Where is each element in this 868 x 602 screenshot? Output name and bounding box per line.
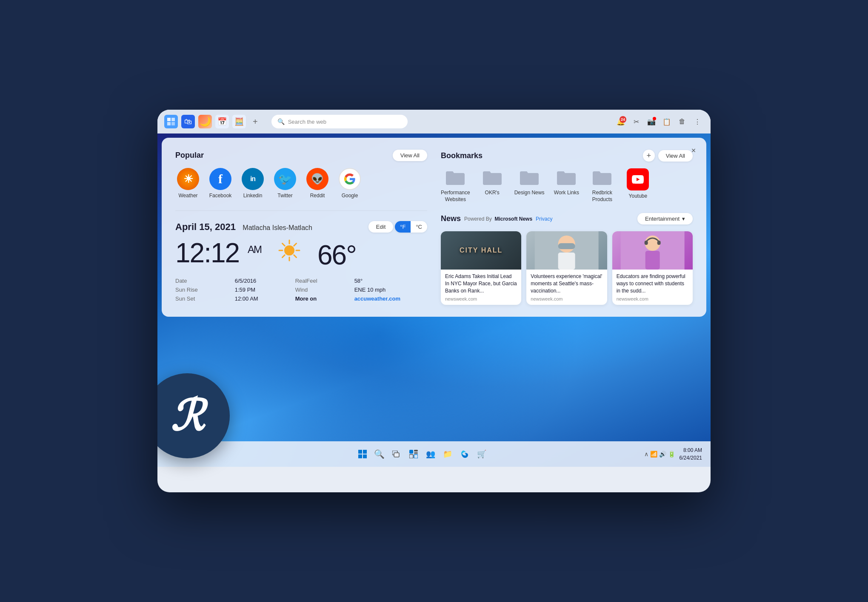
twitter-label: Twitter	[277, 193, 292, 199]
news-card-1[interactable]: CITY HALL Eric Adams Takes Initial Lead …	[441, 231, 521, 304]
svg-rect-22	[358, 450, 362, 454]
bookmark-work-links[interactable]: Work Links	[553, 168, 580, 203]
taskbar-store[interactable]: 🛒	[474, 446, 489, 462]
weather-controls: Edit °F °C	[368, 221, 427, 233]
popular-item-google[interactable]: Google	[337, 168, 363, 199]
bookmarks-header-right: + View All	[643, 150, 693, 162]
popular-item-weather[interactable]: ☀ Weather	[175, 168, 201, 199]
svg-point-4	[284, 245, 294, 256]
news-card-body-1: Eric Adams Takes Initial Lead In NYC May…	[441, 270, 521, 304]
svg-rect-20	[644, 241, 648, 245]
celsius-button[interactable]: °C	[411, 221, 427, 233]
privacy-link[interactable]: Privacy	[536, 216, 552, 222]
chevron-down-icon: ▾	[682, 216, 685, 222]
taskbar-windows-start[interactable]	[355, 446, 370, 462]
bookmark-label-okr: OKR's	[485, 190, 500, 196]
weather-section: April 15, 2021 Matlacha Isles-Matlach Ed…	[175, 210, 427, 302]
right-column: Bookmarks + View All	[441, 150, 693, 305]
news-card-image-3	[612, 231, 693, 270]
date-label: Date	[175, 278, 225, 284]
popular-item-linkedin[interactable]: in Linkedin	[240, 168, 266, 199]
new-tab-panel: × Popular View All ☀ Weat	[162, 138, 706, 317]
popular-item-facebook[interactable]: f Facebook	[208, 168, 233, 199]
svg-rect-27	[394, 453, 399, 457]
taskbar-search[interactable]: 🔍	[372, 446, 387, 462]
news-card-source-1: newsweek.com	[445, 296, 517, 301]
notification-badge: 24	[620, 116, 626, 123]
arc-icon[interactable]: 🌙	[198, 115, 212, 128]
date-value: 6/5/2016	[235, 278, 285, 284]
news-card-2[interactable]: Volunteers experience 'magical' moments …	[526, 231, 607, 304]
bookmark-performance-websites[interactable]: Performance Websites	[441, 168, 470, 203]
trash-button[interactable]: 🗑	[676, 115, 688, 128]
bookmarks-header: Bookmarks + View All	[441, 150, 693, 162]
news-card-title-2: Volunteers experience 'magical' moments …	[531, 273, 602, 294]
more-on-label: More on	[295, 295, 344, 302]
svg-rect-15	[558, 243, 575, 249]
folder-icon	[444, 168, 466, 187]
taskbar-clock[interactable]: 8:00 AM 6/24/2021	[680, 446, 702, 462]
bookmark-youtube[interactable]: Youtube	[624, 168, 651, 203]
taskbar-date-value: 6/24/2021	[680, 454, 702, 462]
close-button[interactable]: ×	[688, 145, 700, 156]
notifications-button[interactable]: 🔔 24	[614, 115, 627, 128]
fahrenheit-button[interactable]: °F	[395, 221, 411, 233]
toolbar-right: 🔔 24 ✂ 📷 📋 🗑 ⋮	[614, 115, 704, 128]
popular-item-reddit[interactable]: 👽 Reddit	[305, 168, 330, 199]
realfeel-label: RealFeel	[295, 278, 344, 284]
weather-edit-button[interactable]: Edit	[368, 221, 393, 233]
scissors-button[interactable]: ✂	[630, 115, 642, 128]
weather-details: Date 6/5/2016 RealFeel 58° Sun Rise 1:59…	[175, 278, 427, 302]
sunrise-value: 1:59 PM	[235, 287, 285, 293]
svg-rect-25	[363, 454, 367, 458]
bookmark-redbrick-products[interactable]: Redbrick Products	[588, 168, 616, 203]
sun-icon	[278, 239, 300, 261]
add-tab-button[interactable]: +	[249, 115, 261, 128]
svg-rect-28	[409, 450, 413, 454]
sunset-label: Sun Set	[175, 295, 225, 302]
news-cards-container: CITY HALL Eric Adams Takes Initial Lead …	[441, 231, 693, 304]
browser-icon[interactable]	[164, 115, 178, 128]
news-card-3[interactable]: Educators are finding powerful ways to c…	[612, 231, 693, 304]
taskbar-task-view[interactable]	[389, 446, 404, 462]
news-category-button[interactable]: Entertainment ▾	[637, 213, 693, 224]
calendar-icon[interactable]: 📅	[215, 115, 229, 128]
linkedin-label: Linkedin	[243, 193, 263, 199]
news-header: News Powered By Microsoft News Privacy E…	[441, 213, 693, 224]
taskbar-widgets[interactable]	[406, 446, 421, 462]
news-card-body-3: Educators are finding powerful ways to c…	[612, 270, 693, 304]
popular-item-twitter[interactable]: 🐦 Twitter	[272, 168, 298, 199]
bookmark-label-youtube: Youtube	[629, 193, 648, 200]
bookmark-design-news[interactable]: Design News	[514, 168, 545, 203]
device-frame: ℛ 🛍 🌙 📅 🧮 + 🔍 Search the web	[157, 110, 711, 492]
bookmark-okrs[interactable]: OKR's	[479, 168, 506, 203]
camera-button[interactable]: 📷	[645, 115, 658, 128]
taskbar: 🔍 👥 📁	[157, 441, 711, 467]
news-section: News Powered By Microsoft News Privacy E…	[441, 213, 693, 304]
svg-rect-3	[171, 122, 175, 125]
sunset-value: 12:00 AM	[235, 295, 285, 302]
taskbar-file-explorer[interactable]: 📁	[440, 446, 455, 462]
taskbar-edge[interactable]	[457, 446, 472, 462]
news-card-title-1: Eric Adams Takes Initial Lead In NYC May…	[445, 273, 517, 294]
store-icon[interactable]: 🛍	[181, 115, 195, 128]
svg-rect-19	[645, 251, 660, 270]
clipboard-button[interactable]: 📋	[660, 115, 673, 128]
add-bookmark-button[interactable]: +	[643, 150, 655, 162]
weather-date: April 15, 2021	[175, 221, 236, 232]
svg-rect-30	[414, 452, 418, 454]
news-card-source-3: newsweek.com	[617, 296, 688, 301]
address-bar[interactable]: 🔍 Search the web	[271, 115, 408, 128]
google-icon	[339, 168, 361, 190]
calc-icon[interactable]: 🧮	[232, 115, 246, 128]
battery-icon: 🔋	[668, 451, 675, 457]
taskbar-teams[interactable]: 👥	[423, 446, 438, 462]
bookmark-label-work: Work Links	[554, 190, 579, 196]
popular-view-all[interactable]: View All	[393, 150, 427, 161]
more-button[interactable]: ⋮	[691, 115, 704, 128]
more-on-value[interactable]: accuweather.com	[354, 295, 427, 302]
news-card-image-2	[526, 231, 607, 270]
browser-toolbar: 🛍 🌙 📅 🧮 + 🔍 Search the web 🔔 24 ✂ 📷	[157, 110, 711, 133]
browser-window: 🛍 🌙 📅 🧮 + 🔍 Search the web 🔔 24 ✂ 📷	[157, 110, 711, 467]
realfeel-value: 58°	[354, 278, 427, 284]
